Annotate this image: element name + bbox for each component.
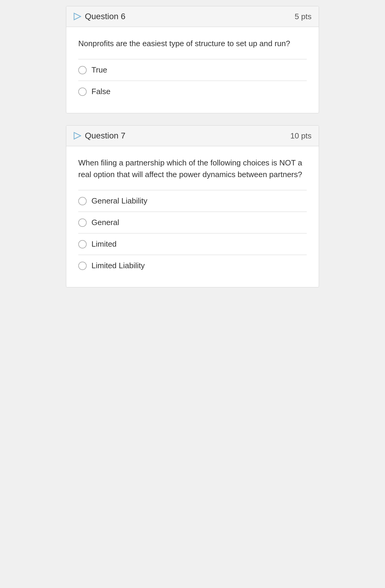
option-limited-liability[interactable]: Limited Liability <box>78 255 307 276</box>
question-7-title-group: Question 7 <box>73 131 125 141</box>
question-7-header: Question 7 10 pts <box>66 126 319 146</box>
option-general-label: General <box>91 218 119 227</box>
radio-general-liability[interactable] <box>78 197 87 205</box>
question-6-title: Question 6 <box>85 12 125 21</box>
question-6-icon <box>73 13 81 20</box>
option-general-liability[interactable]: General Liability <box>78 190 307 212</box>
question-7-options: General Liability General Limited Limite… <box>78 190 307 276</box>
option-true[interactable]: True <box>78 59 307 81</box>
svg-marker-1 <box>74 132 81 139</box>
option-limited-label: Limited <box>91 239 117 249</box>
option-true-label: True <box>91 65 107 75</box>
radio-true[interactable] <box>78 66 87 74</box>
option-false[interactable]: False <box>78 81 307 102</box>
question-6-text: Nonprofits are the easiest type of struc… <box>78 38 307 49</box>
question-6-title-group: Question 6 <box>73 12 125 21</box>
radio-general[interactable] <box>78 218 87 227</box>
question-7-body: When filing a partnership which of the f… <box>66 146 319 287</box>
question-6-header: Question 6 5 pts <box>66 6 319 27</box>
option-limited[interactable]: Limited <box>78 233 307 255</box>
option-false-label: False <box>91 87 111 96</box>
question-7-icon <box>73 132 81 140</box>
radio-false[interactable] <box>78 88 87 96</box>
question-6-options: True False <box>78 59 307 102</box>
option-general-liability-label: General Liability <box>91 196 147 206</box>
option-limited-liability-label: Limited Liability <box>91 261 145 270</box>
svg-marker-0 <box>74 13 81 20</box>
option-general[interactable]: General <box>78 212 307 233</box>
question-7-pts: 10 pts <box>290 131 312 141</box>
question-7-title: Question 7 <box>85 131 125 141</box>
question-6-card: Question 6 5 pts Nonprofits are the easi… <box>66 6 319 113</box>
question-7-text: When filing a partnership which of the f… <box>78 157 307 180</box>
question-6-pts: 5 pts <box>295 12 312 21</box>
radio-limited-liability[interactable] <box>78 262 87 270</box>
question-7-card: Question 7 10 pts When filing a partners… <box>66 125 319 287</box>
question-6-body: Nonprofits are the easiest type of struc… <box>66 27 319 113</box>
radio-limited[interactable] <box>78 240 87 248</box>
